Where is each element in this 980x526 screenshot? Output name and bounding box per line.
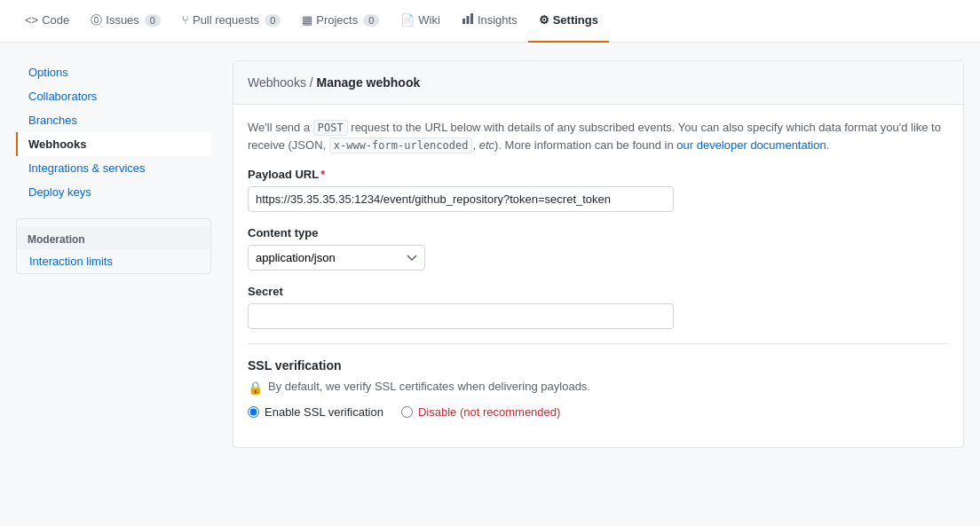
disable-ssl-option[interactable]: Disable (not recommended) (401, 405, 560, 419)
nav-wiki[interactable]: 📄 Wiki (390, 0, 451, 43)
ssl-info-text: By default, we verify SSL certificates w… (268, 380, 590, 393)
nav-issues-label: Issues (106, 13, 139, 27)
nav-settings[interactable]: ⚙ Settings (528, 0, 609, 43)
nav-projects-label: Projects (316, 13, 358, 27)
issues-icon: ⓪ (91, 12, 102, 28)
settings-icon: ⚙ (539, 13, 549, 27)
nav-insights-label: Insights (478, 13, 518, 27)
sidebar: Options Collaborators Branches Webhooks … (16, 60, 211, 448)
content-body: We'll send a POST request to the URL bel… (233, 105, 963, 447)
nav-code[interactable]: <> Code (14, 0, 80, 43)
payload-url-input[interactable] (248, 186, 674, 212)
webhook-description: We'll send a POST request to the URL bel… (248, 119, 949, 153)
nav-insights[interactable]: Insights (451, 0, 528, 43)
sidebar-item-options[interactable]: Options (16, 60, 211, 84)
insights-icon (462, 12, 474, 27)
page-wrapper: Options Collaborators Branches Webhooks … (2, 43, 978, 466)
nav-pull-requests[interactable]: ⑂ Pull requests 0 (171, 0, 291, 43)
code-icon: <> (25, 13, 38, 27)
sidebar-item-branches[interactable]: Branches (16, 108, 211, 132)
enable-ssl-label: Enable SSL verification (265, 405, 383, 419)
ssl-info: 🔒 By default, we verify SSL certificates… (248, 380, 949, 395)
sidebar-nav: Options Collaborators Branches Webhooks … (16, 60, 211, 204)
enable-ssl-option[interactable]: Enable SSL verification (248, 405, 383, 419)
nav-wiki-label: Wiki (418, 13, 440, 27)
secret-input[interactable] (248, 303, 674, 329)
disable-ssl-label: Disable (not recommended) (418, 405, 560, 419)
nav-code-label: Code (42, 13, 69, 27)
content-type-select[interactable]: application/json application/x-www-form-… (248, 245, 425, 271)
developer-docs-link[interactable]: our developer documentation (676, 138, 826, 152)
projects-badge: 0 (363, 14, 379, 27)
svg-rect-2 (470, 13, 473, 24)
content-header: Webhooks / Manage webhook (233, 61, 963, 105)
sidebar-item-deploy-keys[interactable]: Deploy keys (16, 180, 211, 204)
issues-badge: 0 (145, 14, 161, 27)
sidebar-item-collaborators[interactable]: Collaborators (16, 84, 211, 108)
pull-requests-badge: 0 (265, 14, 281, 27)
content-type-label: Content type (248, 226, 949, 239)
enable-ssl-radio[interactable] (248, 406, 259, 418)
ssl-radio-group: Enable SSL verification Disable (not rec… (248, 405, 949, 419)
breadcrumb: Webhooks / Manage webhook (248, 75, 420, 90)
breadcrumb-parent: Webhooks / (248, 75, 313, 90)
ssl-section-title: SSL verification (248, 358, 949, 373)
payload-url-required: * (320, 168, 325, 181)
projects-icon: ▦ (302, 13, 312, 27)
secret-label: Secret (248, 285, 949, 298)
page-title: Manage webhook (317, 75, 421, 90)
nav-projects[interactable]: ▦ Projects 0 (291, 0, 390, 43)
svg-rect-0 (462, 19, 465, 24)
sidebar-item-interaction-limits[interactable]: Interaction limits (17, 249, 210, 273)
sidebar-moderation-section: Moderation Interaction limits (16, 218, 211, 274)
payload-url-label: Payload URL* (248, 168, 949, 181)
post-code: POST (313, 120, 348, 136)
urlencoded-code: x-www-form-urlencoded (329, 137, 473, 153)
ssl-divider (248, 343, 949, 344)
main-content: Webhooks / Manage webhook We'll send a P… (233, 60, 964, 448)
nav-pull-requests-label: Pull requests (193, 13, 259, 27)
content-type-group: Content type application/json applicatio… (248, 226, 949, 271)
pull-request-icon: ⑂ (182, 13, 189, 27)
sidebar-moderation-header: Moderation (17, 226, 210, 249)
secret-group: Secret (248, 285, 949, 329)
sidebar-item-integrations[interactable]: Integrations & services (16, 156, 211, 180)
wiki-icon: 📄 (400, 13, 415, 27)
disable-ssl-radio[interactable] (401, 406, 413, 418)
sidebar-item-webhooks[interactable]: Webhooks (16, 132, 211, 156)
nav-settings-label: Settings (553, 13, 598, 27)
payload-url-group: Payload URL* (248, 168, 949, 212)
nav-issues[interactable]: ⓪ Issues 0 (80, 0, 171, 43)
ssl-verification-section: SSL verification 🔒 By default, we verify… (248, 358, 949, 419)
lock-icon: 🔒 (248, 381, 263, 395)
top-nav: <> Code ⓪ Issues 0 ⑂ Pull requests 0 ▦ P… (0, 0, 980, 43)
svg-rect-1 (466, 16, 469, 24)
